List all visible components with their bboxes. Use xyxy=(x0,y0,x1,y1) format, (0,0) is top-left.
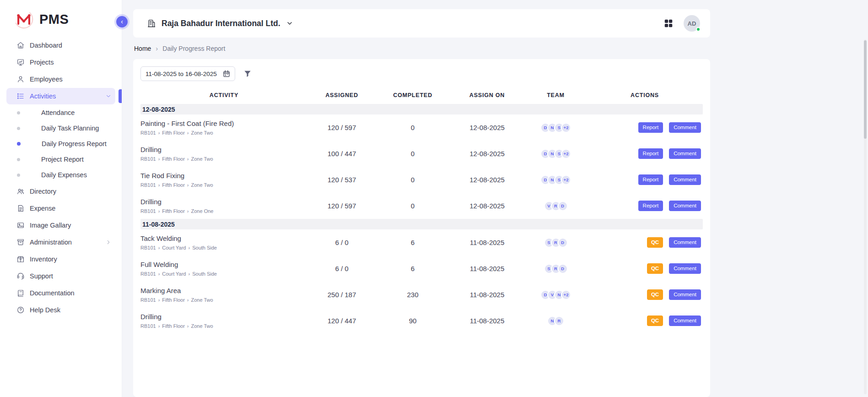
chevron-right-icon: › xyxy=(189,245,190,250)
team-more-badge[interactable]: +2 xyxy=(561,175,571,185)
team-cell: DVN+2 xyxy=(525,290,587,300)
report-button[interactable]: Report xyxy=(638,148,663,159)
sidebar-nav: DashboardProjectsEmployeesActivitiesAtte… xyxy=(0,34,122,318)
sidebar-item-dashboard[interactable]: Dashboard xyxy=(6,37,115,54)
chevron-right-icon: › xyxy=(158,245,160,250)
path-segment: Fifth Floor xyxy=(162,297,185,303)
company-name: Raja Bahadur International Ltd. xyxy=(162,19,280,28)
activity-cell: Painting - First Coat (Fire Red)RB101›Fi… xyxy=(140,120,307,136)
team-avatar: D xyxy=(558,238,568,248)
actions-cell: ReportComment xyxy=(587,174,703,185)
sidebar-item-support[interactable]: Support xyxy=(6,268,115,284)
sidebar-item-projects[interactable]: Projects xyxy=(6,54,115,71)
user-avatar[interactable]: AD xyxy=(684,15,700,32)
assigned-cell: 120 / 537 xyxy=(307,176,376,184)
breadcrumb-home[interactable]: Home xyxy=(134,45,151,52)
chevron-right-icon: › xyxy=(187,182,189,188)
chevron-right-icon: › xyxy=(187,323,189,329)
activity-name: Drilling xyxy=(140,146,303,153)
completed-cell: 90 xyxy=(376,317,449,325)
assigned-cell: 250 / 187 xyxy=(307,291,376,299)
sidebar-item-directory[interactable]: Directory xyxy=(6,183,115,200)
table-row: Tie Rod FixingRB101›Fifth Floor›Zone Two… xyxy=(140,167,703,193)
scrollbar-thumb[interactable] xyxy=(864,40,867,139)
comment-button[interactable]: Comment xyxy=(669,148,701,159)
sidebar-item-administration[interactable]: Administration xyxy=(6,234,115,250)
actions-cell: QCComment xyxy=(587,263,703,274)
sidebar-item-daily-expenses[interactable]: Daily Expenses xyxy=(0,167,122,183)
logo-m-icon xyxy=(14,9,34,29)
path-segment: Zone Two xyxy=(191,323,213,329)
team-more-badge[interactable]: +2 xyxy=(561,149,571,159)
filter-button[interactable] xyxy=(243,69,252,78)
qc-button[interactable]: QC xyxy=(647,237,663,248)
home-icon xyxy=(16,41,25,49)
activity-name: Tie Rod Fixing xyxy=(140,172,303,179)
path-segment: Zone Two xyxy=(191,182,213,188)
path-segment: Fifth Floor xyxy=(162,130,185,136)
activity-cell: Full WeldingRB101›Court Yard›South Side xyxy=(140,261,307,277)
table-header-row: ACTIVITYASSIGNEDCOMPLETEDASSIGN ONTEAMAC… xyxy=(140,87,703,104)
activity-path: RB101›Fifth Floor›Zone Two xyxy=(140,323,303,329)
report-button[interactable]: Report xyxy=(638,201,663,211)
sidebar-item-label: Directory xyxy=(30,188,56,195)
qc-button[interactable]: QC xyxy=(647,263,663,274)
table-row: Painting - First Coat (Fire Red)RB101›Fi… xyxy=(140,114,703,141)
team-cell: DNS+2 xyxy=(525,149,587,159)
activity-path: RB101›Fifth Floor›Zone One xyxy=(140,208,303,214)
comment-button[interactable]: Comment xyxy=(669,263,701,274)
sidebar-item-employees[interactable]: Employees xyxy=(6,71,115,87)
report-button[interactable]: Report xyxy=(638,122,663,133)
activities-icon xyxy=(16,92,25,100)
content-card: 11-08-2025 to 16-08-2025 ACTIVITYASSIGNE… xyxy=(133,59,710,397)
building-icon xyxy=(147,19,156,28)
comment-button[interactable]: Comment xyxy=(669,315,701,326)
activity-name: Marking Area xyxy=(140,287,303,294)
date-range-input[interactable]: 11-08-2025 to 16-08-2025 xyxy=(140,66,235,81)
team-more-badge[interactable]: +2 xyxy=(561,290,571,300)
comment-button[interactable]: Comment xyxy=(669,122,701,133)
actions-cell: ReportComment xyxy=(587,201,703,211)
path-segment: Zone Two xyxy=(191,130,213,136)
comment-button[interactable]: Comment xyxy=(669,174,701,185)
sidebar-item-attendance[interactable]: Attendance xyxy=(0,105,122,120)
team-more-badge[interactable]: +2 xyxy=(561,123,571,133)
chevron-right-icon: › xyxy=(158,130,160,136)
team-cell: DNS+2 xyxy=(525,175,587,185)
assigned-cell: 100 / 447 xyxy=(307,150,376,158)
support-icon xyxy=(16,272,25,280)
sidebar-item-activities[interactable]: Activities xyxy=(6,88,115,104)
actions-cell: ReportComment xyxy=(587,148,703,159)
sidebar-subitem-label: Daily Task Planning xyxy=(41,125,99,132)
assign-on-cell: 11-08-2025 xyxy=(449,291,525,299)
table-row: DrillingRB101›Fifth Floor›Zone Two100 / … xyxy=(140,141,703,167)
apps-grid-button[interactable] xyxy=(663,18,674,28)
sidebar-item-label: Projects xyxy=(30,59,54,66)
path-segment: Zone Two xyxy=(191,156,213,162)
bullet-icon xyxy=(17,142,21,146)
report-button[interactable]: Report xyxy=(638,174,663,185)
team-avatar: R xyxy=(554,316,564,326)
sidebar-item-help-desk[interactable]: Help Desk xyxy=(6,302,115,318)
logo[interactable]: PMS xyxy=(0,0,122,34)
sidebar-item-inventory[interactable]: Inventory xyxy=(6,251,115,267)
completed-cell: 6 xyxy=(376,265,449,272)
activity-path: RB101›Fifth Floor›Zone Two xyxy=(140,130,303,136)
sidebar-item-expense[interactable]: Expense xyxy=(6,200,115,217)
comment-button[interactable]: Comment xyxy=(669,201,701,211)
comment-button[interactable]: Comment xyxy=(669,237,701,248)
grid-icon xyxy=(663,18,674,28)
sidebar-item-image-gallary[interactable]: Image Gallary xyxy=(6,217,115,234)
filters-row: 11-08-2025 to 16-08-2025 xyxy=(140,66,703,81)
sidebar-collapse-button[interactable]: ‹ xyxy=(116,16,128,27)
qc-button[interactable]: QC xyxy=(647,289,663,300)
sidebar-item-daily-task-planning[interactable]: Daily Task Planning xyxy=(0,120,122,136)
sidebar-item-daily-progress-report[interactable]: Daily Progress Report xyxy=(0,136,122,152)
sidebar-item-project-report[interactable]: Project Report xyxy=(0,152,122,167)
breadcrumb-current: Daily Progress Report xyxy=(162,45,225,52)
company-selector[interactable]: Raja Bahadur International Ltd. xyxy=(147,19,293,28)
avatar-initials: AD xyxy=(688,20,696,27)
comment-button[interactable]: Comment xyxy=(669,289,701,300)
sidebar-item-documentation[interactable]: Documentation xyxy=(6,285,115,301)
qc-button[interactable]: QC xyxy=(647,315,663,326)
